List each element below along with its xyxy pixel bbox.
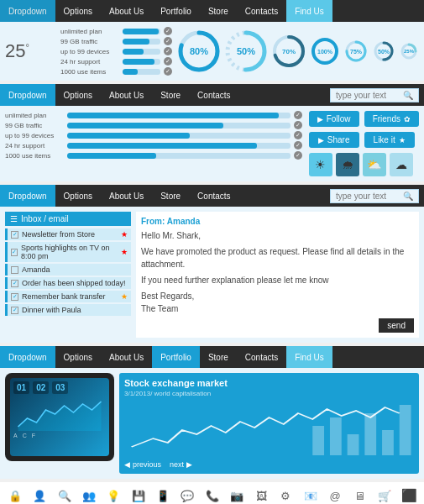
search-input-3[interactable] (336, 192, 403, 201)
gauge-50-label: 50% (237, 46, 255, 56)
inbox-star-0[interactable]: ★ (121, 230, 128, 239)
stat2-row-1: 99 GB traffic ✓ (5, 121, 302, 129)
inbox-star-4[interactable]: ★ (121, 292, 128, 301)
likeit-icon: ★ (399, 136, 406, 144)
email-icon[interactable]: 📧 (302, 487, 319, 504)
nav-store-1[interactable]: Store (200, 0, 237, 22)
bar2-bg-1 (67, 123, 291, 129)
inbox-item-2[interactable]: Amanda (5, 264, 131, 276)
photo-icon[interactable]: 🖼 (253, 487, 270, 504)
nav-aboutus-1[interactable]: About Us (101, 0, 152, 22)
section1: Dropdown Options About Us Portfolio Stor… (0, 0, 424, 81)
svg-rect-14 (312, 426, 324, 455)
bar2-bg-4 (67, 153, 291, 159)
tablet-icon[interactable]: ⬛ (400, 487, 417, 504)
gauge-100: 100% (310, 36, 340, 66)
email-body2: If you need further explanation please l… (141, 274, 414, 286)
weather-icons-row: ☀ 🌧 ⛅ ☁ (309, 153, 419, 176)
nav-dropdown-1[interactable]: Dropdown (0, 0, 55, 22)
inbox-check-0[interactable]: ✓ (11, 231, 18, 239)
monitor-icon[interactable]: 🖥 (351, 487, 368, 504)
nav2-dropdown[interactable]: Dropdown (0, 84, 55, 106)
likeit-button[interactable]: Like it ★ (364, 132, 415, 148)
stat-bar-fill-4 (123, 69, 138, 75)
nav-findus-1[interactable]: Find Us (286, 0, 332, 22)
nav-options-1[interactable]: Options (55, 0, 101, 22)
mobile-icon[interactable]: 📱 (154, 487, 171, 504)
chart-axis-labels: A C F (13, 433, 106, 438)
prev-button[interactable]: ◀ previous (124, 460, 161, 469)
nav3-aboutus[interactable]: About Us (101, 185, 152, 207)
search-box-2[interactable]: 🔍 (330, 88, 419, 102)
email-body: Hello Mr. Shark, We have promoted the pr… (141, 229, 414, 315)
timer-minutes: 02 (33, 381, 49, 394)
cart-icon[interactable]: 🛒 (376, 487, 393, 504)
send-button[interactable]: send (379, 318, 414, 333)
nav4-findus[interactable]: Find Us (286, 346, 332, 368)
inbox-item-1[interactable]: ✓ Sports highlights on TV on 8:00 pm ★ (5, 242, 131, 262)
nav2-store[interactable]: Store (152, 84, 189, 106)
gauge-100-label: 100% (317, 49, 332, 55)
inbox-check-1[interactable]: ✓ (11, 249, 18, 256)
stat2-row-0: unlimited plan ✓ (5, 111, 302, 119)
inbox-item-0[interactable]: ✓ Newsletter from Store ★ (5, 228, 131, 240)
next-button[interactable]: next ▶ (170, 460, 192, 469)
lock-icon[interactable]: 🔒 (7, 487, 24, 504)
nav4-options[interactable]: Options (55, 346, 101, 368)
inbox-check-3[interactable]: ✓ (11, 280, 18, 287)
user-icon[interactable]: 👤 (31, 487, 48, 504)
stat-icon-3: ✓ (164, 57, 172, 66)
settings-icon[interactable]: ⚙ (277, 487, 294, 504)
search-box-3[interactable]: 🔍 (330, 189, 419, 203)
btn-row-2: ▶ Share Like it ★ (309, 132, 419, 148)
inbox-star-1[interactable]: ★ (121, 248, 128, 256)
nav3-dropdown[interactable]: Dropdown (0, 185, 55, 207)
email-greeting: Hello Mr. Shark, (141, 229, 414, 242)
camera-icon[interactable]: 📷 (228, 487, 245, 504)
download-icon[interactable]: 💾 (130, 487, 147, 504)
search-input-2[interactable] (336, 91, 403, 100)
nav-contacts-1[interactable]: Contacts (237, 0, 286, 22)
label-c: C (23, 433, 27, 438)
email-body1: We have promoted the product as request.… (141, 245, 414, 270)
gauge-50s: 50% (372, 39, 395, 63)
gauge-50s-label: 50% (378, 49, 390, 55)
inbox-item-4[interactable]: ✓ Remember bank transfer ★ (5, 291, 131, 302)
users-icon[interactable]: 👥 (81, 487, 97, 504)
chat-icon[interactable]: 💬 (179, 487, 196, 504)
nav4-contacts[interactable]: Contacts (237, 346, 286, 368)
btn-row-1: ▶ Follow Friends ✿ (309, 111, 419, 127)
nav3-options[interactable]: Options (55, 185, 101, 207)
nav2-contacts[interactable]: Contacts (189, 84, 238, 106)
nav4-dropdown[interactable]: Dropdown (0, 346, 55, 368)
friends-button[interactable]: Friends ✿ (364, 111, 419, 127)
search-icon[interactable]: 🔍 (56, 487, 73, 504)
at-icon[interactable]: @ (327, 487, 343, 504)
inbox-item-3[interactable]: ✓ Order has been shipped today! (5, 277, 131, 289)
follow-button[interactable]: ▶ Follow (309, 111, 359, 127)
inbox-check-5[interactable]: ✓ (11, 307, 18, 314)
nav-portfolio-1[interactable]: Portfolio (152, 0, 200, 22)
inbox-item-5[interactable]: ✓ Dinner with Paula (5, 304, 131, 316)
nav3-contacts[interactable]: Contacts (189, 185, 238, 207)
stat-bar-bg-2 (123, 49, 160, 55)
nav4-portfolio[interactable]: Portfolio (152, 346, 200, 368)
bar2-fill-1 (67, 123, 223, 129)
stat-bar-fill-2 (123, 49, 144, 55)
nav4-store[interactable]: Store (200, 346, 237, 368)
bar2-bg-0 (67, 113, 291, 118)
stat-bar-bg-1 (123, 39, 160, 45)
phone-icon[interactable]: 📞 (204, 487, 221, 504)
inbox-check-2[interactable] (11, 266, 18, 274)
bulb-icon[interactable]: 💡 (105, 487, 122, 504)
stat-row-2: up to 99 devices ✓ (60, 47, 172, 55)
nav2-options[interactable]: Options (55, 84, 101, 106)
nav2-aboutus[interactable]: About Us (101, 84, 152, 106)
inbox-check-4[interactable]: ✓ (11, 293, 18, 301)
share-button[interactable]: ▶ Share (309, 132, 359, 148)
nav4-aboutus[interactable]: About Us (101, 346, 152, 368)
tablet-screen: 01 02 03 A C F (10, 378, 109, 456)
gauge-80-label: 80% (190, 46, 208, 56)
nav3-store[interactable]: Store (152, 185, 189, 207)
stat2-icon-3: ✓ (294, 141, 302, 150)
